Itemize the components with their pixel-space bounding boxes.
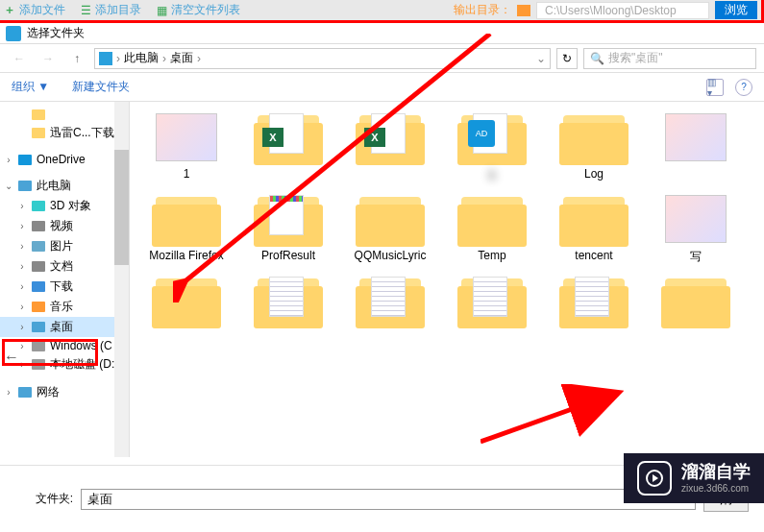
top-left-tools: ＋ 添加文件 ☰ 添加目录 ▦ 清空文件列表 <box>4 2 454 18</box>
new-folder-button[interactable]: 新建文件夹 <box>72 79 130 95</box>
add-dir-button[interactable]: ☰ 添加目录 <box>81 2 141 18</box>
tree-label: 3D 对象 <box>50 198 91 214</box>
tree-label: OneDrive <box>37 153 86 166</box>
dialog-title-bar: 选择文件夹 <box>0 23 764 44</box>
file-item[interactable] <box>445 273 539 330</box>
search-input[interactable]: 🔍 搜索"桌面" <box>583 48 756 69</box>
tree-label: 桌面 <box>50 319 73 335</box>
tree-label: 音乐 <box>50 299 73 315</box>
main-area: 迅雷C...下载›OneDrive⌄此电脑›3D 对象›视频›图片›文档›下载›… <box>0 102 764 457</box>
add-file-button[interactable]: ＋ 添加文件 <box>4 2 65 18</box>
expand-icon[interactable]: › <box>17 241 27 252</box>
plus-icon: ＋ <box>4 2 15 18</box>
file-item[interactable]: 1 <box>139 109 234 183</box>
help-icon[interactable]: ? <box>735 79 752 96</box>
expand-icon[interactable]: › <box>17 302 27 312</box>
refresh-button[interactable]: ↻ <box>556 48 578 69</box>
breadcrumb[interactable]: › 此电脑 › 桌面 › ⌄ <box>94 48 551 69</box>
watermark: 溜溜自学 zixue.3d66.com <box>624 453 764 503</box>
browse-button[interactable]: 浏览 <box>715 1 757 19</box>
file-label: tencent <box>547 249 641 262</box>
clear-icon: ▦ <box>157 4 167 17</box>
breadcrumb-item[interactable]: 桌面 <box>170 50 193 66</box>
music-icon <box>31 301 46 314</box>
file-label: QQMusicLyric <box>343 249 437 262</box>
add-dir-label: 添加目录 <box>95 2 141 18</box>
top-right-tools: 输出目录： C:\Users\Mloong\Desktop 浏览 <box>454 1 757 19</box>
file-item[interactable] <box>649 109 743 183</box>
tree-label: 下载 <box>50 278 73 295</box>
tree-item-此电脑[interactable]: ⌄此电脑 <box>0 176 129 196</box>
desktop-icon <box>31 321 46 334</box>
file-label: 写 <box>649 249 743 265</box>
expand-icon[interactable]: › <box>17 201 27 211</box>
tree-item-桌面[interactable]: ›桌面 <box>0 317 129 337</box>
download-icon <box>31 280 46 294</box>
tree-item-OneDrive[interactable]: ›OneDrive <box>0 151 129 168</box>
tree-label: 此电脑 <box>37 178 71 194</box>
onedrive-icon <box>17 153 33 166</box>
file-label: Mozilla Firefox <box>139 249 234 262</box>
3d-icon <box>31 200 46 213</box>
folder-icon <box>517 5 530 16</box>
file-item[interactable]: X <box>343 109 437 183</box>
file-item[interactable] <box>547 273 641 330</box>
window-title: 选择文件夹 <box>27 25 85 41</box>
file-label: Temp <box>445 249 539 262</box>
expand-icon[interactable]: ⌄ <box>4 181 13 191</box>
sidebar-scrollbar[interactable] <box>114 102 129 457</box>
tree-item-下载[interactable]: ›下载 <box>0 277 129 297</box>
expand-icon[interactable]: › <box>4 387 13 398</box>
file-label: 1 <box>139 167 234 181</box>
file-item[interactable]: Temp <box>445 191 539 265</box>
file-item[interactable]: AD云 <box>445 109 539 183</box>
tree-item-图片[interactable]: ›图片 <box>0 236 129 256</box>
file-item[interactable]: tencent <box>547 191 641 265</box>
chevron-right-icon: › <box>116 52 120 65</box>
view-options-icon[interactable]: ▥ ▾ <box>706 79 724 96</box>
up-button[interactable]: ↑ <box>65 47 88 70</box>
expand-icon[interactable]: › <box>17 261 27 272</box>
file-item[interactable]: Log <box>547 109 641 183</box>
pic-icon <box>31 240 46 254</box>
expand-icon[interactable]: › <box>17 322 27 332</box>
tree-item-音乐[interactable]: ›音乐 <box>0 297 129 317</box>
tree-item-3D 对象[interactable]: ›3D 对象 <box>0 196 129 216</box>
chevron-right-icon: › <box>197 52 201 65</box>
tree-item-视频[interactable]: ›视频 <box>0 216 129 236</box>
breadcrumb-item[interactable]: 此电脑 <box>124 50 159 66</box>
folder-name-label: 文件夹: <box>15 491 73 507</box>
file-item[interactable]: Mozilla Firefox <box>139 191 234 265</box>
folder-icon <box>31 108 46 121</box>
app-icon <box>6 26 21 41</box>
file-item[interactable] <box>343 273 437 330</box>
file-item[interactable]: QQMusicLyric <box>343 191 437 265</box>
organize-menu[interactable]: 组织 ▼ <box>12 79 49 95</box>
file-item[interactable]: ProfResult <box>241 191 335 265</box>
file-item[interactable] <box>139 273 234 330</box>
tree-item-item0[interactable] <box>0 106 129 123</box>
chevron-down-icon[interactable]: ⌄ <box>536 52 546 65</box>
tree-item-文档[interactable]: ›文档 <box>0 256 129 277</box>
folder-name-input[interactable] <box>81 489 696 510</box>
tree-item-网络[interactable]: ›网络 <box>0 382 129 402</box>
file-item[interactable] <box>241 273 335 330</box>
back-button[interactable]: ← <box>8 47 31 70</box>
file-label: ProfResult <box>241 249 335 262</box>
expand-icon[interactable]: › <box>17 221 27 231</box>
watermark-name: 溜溜自学 <box>681 462 751 483</box>
file-item[interactable]: 写 <box>649 191 743 265</box>
search-placeholder: 搜索"桌面" <box>608 50 663 66</box>
tree-item-迅雷C...下载[interactable]: 迅雷C...下载 <box>0 123 129 143</box>
watermark-logo-icon <box>637 461 672 496</box>
expand-icon[interactable]: › <box>4 155 13 165</box>
forward-button[interactable]: → <box>37 47 60 70</box>
clear-list-button[interactable]: ▦ 清空文件列表 <box>157 2 240 18</box>
app-top-toolbar: ＋ 添加文件 ☰ 添加目录 ▦ 清空文件列表 输出目录： C:\Users\Ml… <box>0 0 764 23</box>
expand-icon[interactable]: › <box>17 281 27 292</box>
nav-bar: ← → ↑ › 此电脑 › 桌面 › ⌄ ↻ 🔍 搜索"桌面" <box>0 44 764 73</box>
tree-label: 迅雷C...下载 <box>50 125 114 141</box>
file-item[interactable]: X <box>241 109 335 183</box>
file-item[interactable] <box>649 273 743 330</box>
file-label: 云 <box>445 167 539 183</box>
